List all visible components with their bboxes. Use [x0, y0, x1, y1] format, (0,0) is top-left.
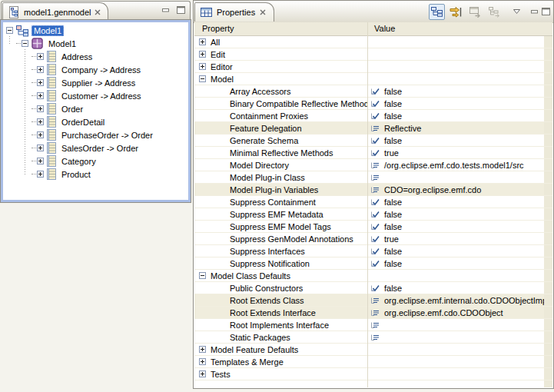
property-value-cell[interactable]: org.eclipse.emf.cdo.CDOObject: [367, 307, 544, 318]
expand-toggle-icon[interactable]: [37, 65, 44, 75]
property-row[interactable]: Array Accessorsfalse: [194, 85, 552, 98]
property-row[interactable]: Suppress Containmentfalse: [194, 196, 552, 208]
properties-tab[interactable]: Properties: [194, 2, 274, 22]
category-row[interactable]: Model Class Defaults: [194, 270, 552, 282]
column-divider[interactable]: [367, 22, 368, 387]
property-value-cell[interactable]: false: [367, 245, 544, 257]
expand-toggle-icon[interactable]: [199, 75, 206, 84]
tree-item[interactable]: PurchaseOrder -> Order: [3, 128, 188, 141]
property-row[interactable]: Root Extends Interfaceorg.eclipse.emf.cd…: [194, 307, 552, 319]
property-row[interactable]: Generate Schemafalse: [194, 135, 552, 147]
expand-toggle-icon[interactable]: [37, 170, 44, 179]
property-value-cell[interactable]: [367, 331, 544, 343]
tree-item[interactable]: Address: [3, 50, 188, 63]
expand-toggle-icon[interactable]: [37, 105, 44, 114]
property-value-cell[interactable]: true: [367, 233, 544, 244]
editor-tab-model1-genmodel[interactable]: model1.genmodel: [2, 2, 108, 21]
property-row[interactable]: Feature DelegationReflective: [194, 122, 552, 135]
tree-item[interactable]: Category: [3, 154, 188, 168]
view-menu-icon[interactable]: [513, 9, 520, 14]
property-value-cell[interactable]: [367, 36, 544, 48]
expand-toggle-icon[interactable]: [6, 26, 13, 35]
maximize-icon[interactable]: [542, 8, 550, 15]
category-row[interactable]: Templates & Merge: [194, 356, 552, 368]
property-value-cell[interactable]: [367, 48, 544, 60]
expand-toggle-icon[interactable]: [37, 144, 44, 153]
property-row[interactable]: Static Packages: [194, 331, 552, 344]
property-value-cell[interactable]: [367, 171, 544, 183]
property-value-cell[interactable]: [367, 368, 544, 380]
property-row[interactable]: Containment Proxiesfalse: [194, 110, 552, 122]
maximize-icon[interactable]: [177, 6, 185, 14]
property-value-cell[interactable]: [367, 344, 544, 355]
property-row[interactable]: Suppress EMF Model Tagsfalse: [194, 221, 552, 233]
tree-item[interactable]: Product: [3, 168, 188, 181]
tree-item[interactable]: Company -> Address: [3, 63, 188, 76]
property-value-cell[interactable]: CDO=org.eclipse.emf.cdo: [367, 184, 544, 195]
property-value-cell[interactable]: false: [367, 221, 544, 232]
expand-toggle-icon[interactable]: [199, 271, 206, 281]
column-header-value[interactable]: Value: [374, 24, 395, 33]
category-row[interactable]: Model: [194, 73, 552, 85]
expand-toggle-icon[interactable]: [199, 345, 206, 354]
property-row[interactable]: Model Plug-in VariablesCDO=org.eclipse.e…: [194, 184, 552, 196]
expand-toggle-icon[interactable]: [37, 131, 44, 140]
property-row[interactable]: Minimal Reflective Methodstrue: [194, 147, 552, 159]
category-row[interactable]: Editor: [194, 61, 552, 73]
property-value-cell[interactable]: false: [367, 85, 544, 97]
property-row[interactable]: Root Extends Classorg.eclipse.emf.intern…: [194, 294, 552, 307]
property-row[interactable]: Suppress EMF Metadatafalse: [194, 208, 552, 221]
property-row[interactable]: Public Constructorsfalse: [194, 282, 552, 294]
expand-toggle-icon[interactable]: [199, 38, 206, 47]
property-value-cell[interactable]: false: [367, 196, 544, 208]
property-value-cell[interactable]: org.eclipse.emf.internal.cdo.CDOObjectIm…: [367, 294, 544, 306]
property-value-cell[interactable]: false: [367, 110, 544, 121]
expand-toggle-icon[interactable]: [199, 50, 206, 59]
tree-item[interactable]: Model1: [3, 37, 188, 50]
expand-toggle-icon[interactable]: [199, 370, 206, 379]
property-row[interactable]: Suppress Interfacesfalse: [194, 245, 552, 257]
property-row[interactable]: Suppress GenModel Annotationstrue: [194, 233, 552, 245]
property-value-cell[interactable]: [367, 270, 544, 281]
expand-toggle-icon[interactable]: [199, 357, 206, 367]
expand-toggle-icon[interactable]: [37, 157, 44, 166]
expand-toggle-icon[interactable]: [37, 52, 44, 61]
expand-toggle-icon[interactable]: [199, 62, 206, 71]
property-row[interactable]: Model Directory/org.eclipse.emf.cdo.test…: [194, 159, 552, 171]
expand-toggle-icon[interactable]: [37, 78, 44, 88]
property-value-cell[interactable]: [367, 61, 544, 72]
show-categories-button[interactable]: [429, 4, 445, 20]
expand-toggle-icon[interactable]: [37, 91, 44, 101]
expand-toggle-icon[interactable]: [37, 118, 44, 127]
tree-item[interactable]: Model1: [3, 24, 188, 37]
tree-item[interactable]: Supplier -> Address: [3, 76, 188, 89]
tree-item[interactable]: Customer -> Address: [3, 89, 188, 102]
property-row[interactable]: Root Implements Interface: [194, 319, 552, 331]
minimize-icon[interactable]: [162, 8, 170, 13]
pin-to-selection-button[interactable]: [486, 4, 503, 20]
tree-item[interactable]: SalesOrder -> Order: [3, 141, 188, 154]
restore-default-value-button[interactable]: [467, 4, 483, 20]
property-value-cell[interactable]: false: [367, 135, 544, 146]
property-value-cell[interactable]: false: [367, 257, 544, 269]
category-row[interactable]: Model Feature Defaults: [194, 344, 552, 356]
property-value-cell[interactable]: Reflective: [367, 122, 544, 134]
property-value-cell[interactable]: [367, 73, 544, 85]
property-value-cell[interactable]: true: [367, 147, 544, 158]
tree-item[interactable]: Order: [3, 102, 188, 115]
category-row[interactable]: All: [194, 36, 552, 48]
tree-item[interactable]: OrderDetail: [3, 115, 188, 128]
column-header-property[interactable]: Property: [202, 24, 234, 33]
close-icon[interactable]: [95, 9, 101, 15]
category-row[interactable]: Tests: [194, 368, 552, 380]
property-value-cell[interactable]: /org.eclipse.emf.cdo.tests.model1/src: [367, 159, 544, 171]
property-value-cell[interactable]: false: [367, 282, 544, 294]
property-value-cell[interactable]: false: [367, 208, 544, 220]
property-value-cell[interactable]: [367, 319, 544, 331]
property-row[interactable]: Model Plug-in Class: [194, 171, 552, 184]
category-row[interactable]: Edit: [194, 48, 552, 61]
close-icon[interactable]: [260, 9, 266, 15]
property-value-cell[interactable]: false: [367, 98, 544, 109]
minimize-icon[interactable]: [531, 9, 539, 15]
expand-toggle-icon[interactable]: [22, 39, 28, 48]
